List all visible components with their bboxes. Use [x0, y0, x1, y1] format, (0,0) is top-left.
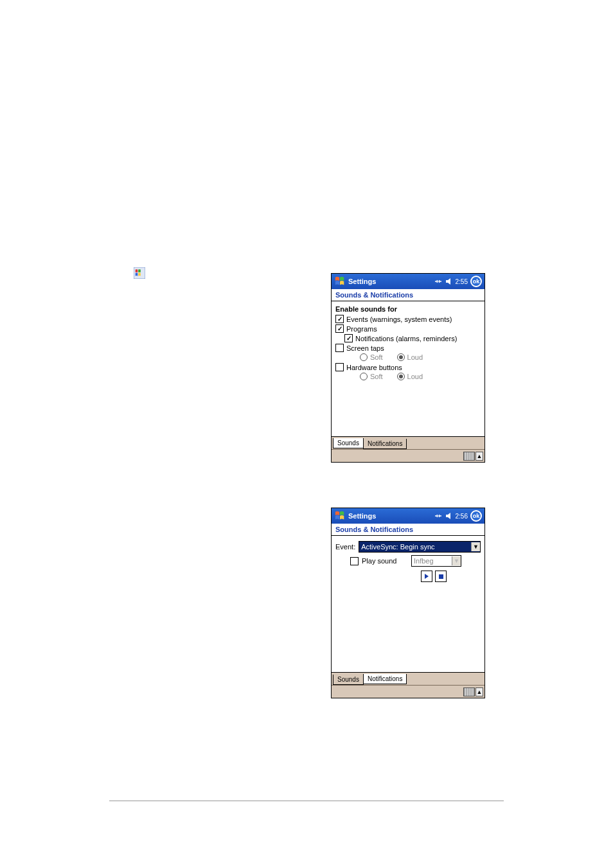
- screentaps-checkbox[interactable]: [335, 344, 344, 352]
- tab-notifications[interactable]: Notifications: [363, 674, 407, 684]
- title-bar: Settings 2:55 ok: [332, 274, 484, 289]
- screentaps-soft-radio[interactable]: [360, 353, 368, 361]
- window-title: Settings: [348, 278, 376, 285]
- page-divider: [109, 801, 504, 801]
- start-icon[interactable]: [334, 510, 346, 522]
- tab-bar: Sounds Notifications: [332, 436, 484, 449]
- tab-sounds[interactable]: Sounds: [333, 675, 364, 685]
- sound-file-combo[interactable]: Infbeg ▼: [411, 555, 461, 567]
- ok-button[interactable]: ok: [470, 276, 482, 287]
- playsound-label: Play sound: [362, 557, 408, 565]
- programs-checkbox[interactable]: [335, 324, 344, 333]
- settings-notifications-window: Settings 2:56 ok Sounds & Notifications …: [331, 508, 485, 698]
- chevron-down-icon: ▼: [471, 542, 480, 551]
- notifications-checkbox[interactable]: [344, 334, 353, 342]
- playsound-checkbox[interactable]: [350, 557, 359, 565]
- stop-button[interactable]: [435, 571, 447, 582]
- screentaps-soft-label: Soft: [370, 353, 383, 361]
- connectivity-icon[interactable]: [434, 512, 443, 520]
- speaker-icon[interactable]: [445, 512, 453, 520]
- chevron-down-icon: ▼: [452, 556, 461, 565]
- sound-file-value: Infbeg: [414, 557, 434, 565]
- start-icon[interactable]: [334, 276, 346, 287]
- clock-time[interactable]: 2:56: [456, 513, 468, 520]
- event-field-label: Event:: [335, 543, 355, 551]
- tab-bar: Sounds Notifications: [332, 672, 484, 685]
- hardware-checkbox[interactable]: [335, 363, 344, 371]
- screentaps-loud-radio[interactable]: [397, 353, 405, 361]
- notifications-tab-content: Event: ActiveSync: Begin sync ▼ Play sou…: [332, 536, 484, 672]
- hardware-soft-label: Soft: [370, 373, 383, 380]
- sip-arrow-icon[interactable]: ▲: [475, 687, 483, 696]
- notifications-label: Notifications (alarms, reminders): [355, 335, 457, 342]
- hardware-label: Hardware buttons: [346, 364, 402, 371]
- tab-notifications[interactable]: Notifications: [363, 439, 407, 449]
- hardware-loud-radio[interactable]: [397, 373, 405, 380]
- screentaps-loud-label: Loud: [407, 353, 423, 361]
- ok-button[interactable]: ok: [470, 510, 482, 522]
- window-title: Settings: [348, 512, 376, 520]
- title-bar: Settings 2:56 ok: [332, 508, 484, 524]
- speaker-icon[interactable]: [445, 278, 453, 285]
- settings-sounds-window: Settings 2:55 ok Sounds & Notifications …: [331, 273, 485, 463]
- sip-arrow-icon[interactable]: ▲: [475, 452, 483, 461]
- play-button[interactable]: [421, 571, 432, 582]
- input-panel-bar: ▲: [332, 449, 484, 462]
- page-header: Sounds & Notifications: [332, 289, 484, 301]
- programs-label: Programs: [346, 325, 377, 333]
- clock-time[interactable]: 2:55: [456, 278, 468, 285]
- input-panel-bar: ▲: [332, 685, 484, 698]
- connectivity-icon[interactable]: [434, 278, 443, 285]
- sounds-tab-content: Enable sounds for Events (warnings, syst…: [332, 301, 484, 436]
- event-combo-value: ActiveSync: Begin sync: [361, 543, 434, 551]
- screentaps-label: Screen taps: [346, 344, 384, 352]
- hardware-loud-label: Loud: [407, 373, 423, 380]
- events-label: Events (warnings, system events): [346, 315, 452, 323]
- windows-start-icon: [134, 267, 147, 280]
- keyboard-icon[interactable]: [463, 452, 475, 461]
- keyboard-icon[interactable]: [463, 687, 475, 696]
- hardware-soft-radio[interactable]: [360, 373, 368, 380]
- event-combo[interactable]: ActiveSync: Begin sync ▼: [359, 541, 481, 553]
- tab-sounds[interactable]: Sounds: [333, 438, 364, 448]
- events-checkbox[interactable]: [335, 315, 344, 323]
- page-header: Sounds & Notifications: [332, 524, 484, 536]
- enable-sounds-label: Enable sounds for: [335, 305, 481, 313]
